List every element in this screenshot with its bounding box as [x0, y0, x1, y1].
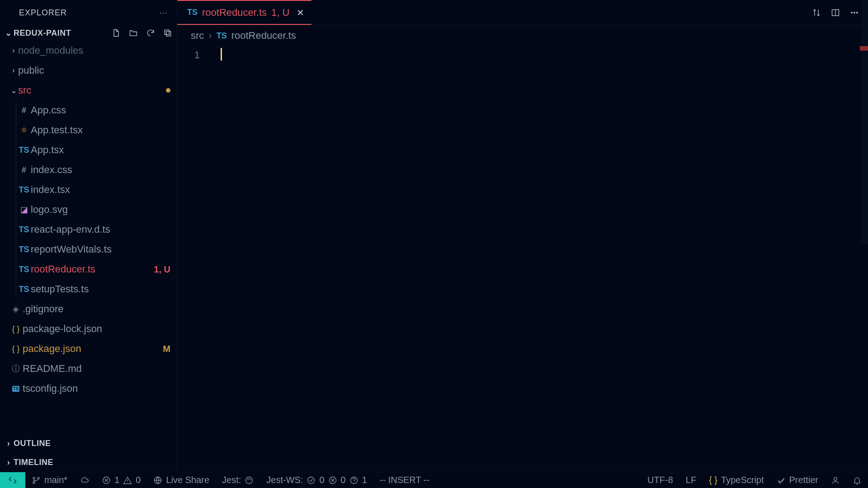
language-selector[interactable]: { } TypeScript: [703, 475, 770, 485]
chevron-right-icon: ›: [9, 47, 18, 55]
ts-icon: TS: [17, 185, 31, 195]
tree-label: App.test.tsx: [31, 124, 83, 136]
refresh-icon[interactable]: [146, 28, 155, 38]
react-icon: ⚛: [17, 125, 31, 135]
file-readme[interactable]: ⓘ README.md: [0, 359, 177, 379]
explorer-sidebar: EXPLORER ⋯ ⌄ REDUX-PAINT › node_modules: [0, 0, 177, 472]
file-root-reducer[interactable]: TS rootReducer.ts 1, U: [0, 259, 177, 279]
breadcrumb-item[interactable]: rootReducer.ts: [231, 30, 296, 42]
eol-label: LF: [686, 475, 696, 485]
folder-public[interactable]: › public: [0, 61, 177, 80]
ts-icon: TS: [17, 265, 31, 274]
svg-point-8: [38, 477, 39, 479]
encoding-label: UTF-8: [647, 475, 673, 485]
json-icon: { }: [9, 344, 23, 354]
text-cursor: [221, 48, 222, 61]
vim-mode: -- INSERT --: [373, 475, 436, 485]
compare-icon[interactable]: [812, 8, 821, 17]
line-gutter: 1: [177, 46, 217, 472]
jest-ws-indicator[interactable]: Jest-WS: 0 0 1: [260, 475, 373, 485]
liveshare-button[interactable]: Live Share: [147, 475, 216, 485]
close-icon[interactable]: ✕: [297, 7, 304, 18]
new-folder-icon[interactable]: [129, 28, 138, 38]
jest-indicator[interactable]: Jest:: [216, 475, 260, 485]
tree-label: react-app-env.d.ts: [31, 224, 110, 235]
file-react-env[interactable]: TS react-app-env.d.ts: [0, 220, 177, 239]
timeline-panel[interactable]: › TIMELINE: [0, 453, 177, 472]
remote-indicator[interactable]: [0, 472, 25, 488]
liveshare-label: Live Share: [166, 475, 209, 485]
git-badge: M: [163, 344, 170, 354]
branch-icon: [32, 476, 41, 485]
breadcrumb[interactable]: src › TS rootReducer.ts: [177, 25, 868, 46]
chevron-right-icon: ›: [208, 30, 212, 42]
file-index-css[interactable]: # index.css: [0, 160, 177, 180]
file-logo-svg[interactable]: ◪ logo.svg: [0, 200, 177, 220]
svg-point-5: [857, 12, 858, 13]
folder-node-modules[interactable]: › node_modules: [0, 41, 177, 61]
file-package-lock[interactable]: { } package-lock.json: [0, 319, 177, 339]
feedback-button[interactable]: [825, 476, 846, 485]
prettier-icon: [777, 476, 786, 485]
collapse-icon[interactable]: [163, 28, 172, 38]
encoding-selector[interactable]: UTF-8: [641, 475, 679, 485]
tree-label: public: [18, 65, 44, 76]
svg-point-12: [308, 477, 315, 483]
jestws-label: Jest-WS:: [266, 475, 303, 485]
warning-count: 0: [136, 475, 141, 485]
eol-selector[interactable]: LF: [679, 475, 703, 485]
project-header[interactable]: ⌄ REDUX-PAINT: [0, 25, 177, 41]
tree-label: setupTests.ts: [31, 283, 89, 295]
tree-label: App.tsx: [31, 144, 64, 156]
liveshare-icon: [153, 476, 162, 485]
code-content[interactable]: [217, 46, 868, 472]
prettier-button[interactable]: Prettier: [770, 475, 825, 485]
file-app-css[interactable]: # App.css: [0, 100, 177, 120]
tab-bar: TS rootReducer.ts 1, U ✕: [177, 0, 868, 25]
ts-icon: TS: [17, 225, 31, 235]
branch-indicator[interactable]: main*: [25, 475, 74, 485]
file-app-test[interactable]: ⚛ App.test.tsx: [0, 120, 177, 140]
warning-icon: [123, 476, 132, 485]
file-report-web-vitals[interactable]: TS reportWebVitals.ts: [0, 239, 177, 259]
more-icon[interactable]: [850, 8, 859, 17]
file-gitignore[interactable]: ◈ .gitignore: [0, 299, 177, 319]
folder-src[interactable]: ⌄ src: [0, 80, 177, 100]
svg-point-6: [33, 477, 35, 479]
error-icon: [102, 476, 111, 485]
person-icon: [831, 476, 840, 485]
branch-name: main*: [44, 475, 67, 485]
file-package-json[interactable]: { } package.json M: [0, 339, 177, 359]
sync-button[interactable]: [74, 476, 95, 485]
outline-panel[interactable]: › OUTLINE: [0, 434, 177, 453]
explorer-more-icon[interactable]: ⋯: [159, 8, 168, 18]
ts-icon: TS: [217, 31, 227, 41]
problem-badge: 1, U: [154, 264, 170, 275]
tree-label: index.css: [31, 164, 72, 176]
split-editor-icon[interactable]: [831, 8, 840, 17]
css-icon: #: [17, 165, 31, 175]
file-setup-tests[interactable]: TS setupTests.ts: [0, 279, 177, 299]
file-app-tsx[interactable]: TS App.tsx: [0, 140, 177, 160]
info-icon: ⓘ: [9, 363, 23, 374]
new-file-icon[interactable]: [112, 28, 121, 38]
problems-indicator[interactable]: 1 0: [95, 475, 147, 485]
tab-root-reducer[interactable]: TS rootReducer.ts 1, U ✕: [177, 0, 311, 25]
file-index-tsx[interactable]: TS index.tsx: [0, 180, 177, 200]
file-tsconfig[interactable]: TS tsconfig.json: [0, 379, 177, 399]
chevron-right-icon: ›: [9, 66, 18, 75]
tree-label: README.md: [23, 363, 82, 375]
status-bar: main* 1 0 Live Share Jest: Jest-WS: 0 0 …: [0, 472, 868, 488]
jest-pass: 0: [319, 475, 324, 485]
css-icon: #: [17, 106, 31, 115]
check-icon: [307, 476, 316, 485]
ts-icon: TS: [17, 245, 31, 254]
jest-fail: 0: [341, 475, 346, 485]
breadcrumb-item[interactable]: src: [191, 30, 204, 42]
svg-rect-0: [165, 30, 169, 34]
code-editor[interactable]: 1: [177, 46, 868, 472]
notifications-button[interactable]: [846, 476, 868, 485]
panel-label: OUTLINE: [14, 439, 51, 448]
error-count: 1: [114, 475, 119, 485]
svg-point-3: [851, 12, 853, 13]
